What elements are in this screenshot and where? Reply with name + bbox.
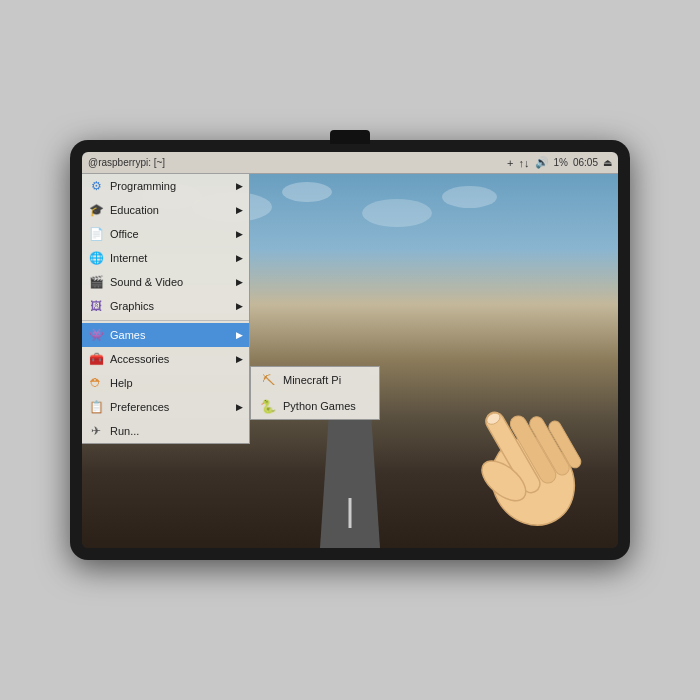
device-camera — [330, 130, 370, 144]
preferences-arrow-icon: ▶ — [236, 402, 243, 412]
menu-item-help[interactable]: ⛑Help — [82, 371, 249, 395]
help-icon: ⛑ — [88, 375, 104, 391]
screen: @raspberrypi: [~] + ↑↓ 🔊 1% 06:05 ⏏ — [82, 152, 618, 548]
education-icon: 🎓 — [88, 202, 104, 218]
cloud4 — [362, 199, 432, 227]
accessories-icon: 🧰 — [88, 351, 104, 367]
menu-item-graphics[interactable]: 🖼Graphics▶ — [82, 294, 249, 318]
desktop: ⚙Programming▶🎓Education▶📄Office▶🌐Interne… — [82, 174, 618, 548]
education-arrow-icon: ▶ — [236, 205, 243, 215]
internet-arrow-icon: ▶ — [236, 253, 243, 263]
python-games-icon: 🐍 — [259, 397, 277, 415]
games-label: Games — [110, 329, 145, 341]
accessories-label: Accessories — [110, 353, 169, 365]
graphics-arrow-icon: ▶ — [236, 301, 243, 311]
office-icon: 📄 — [88, 226, 104, 242]
network-icon: ↑↓ — [519, 157, 530, 169]
games-arrow-icon: ▶ — [236, 330, 243, 340]
menu-item-internet[interactable]: 🌐Internet▶ — [82, 246, 249, 270]
graphics-icon: 🖼 — [88, 298, 104, 314]
submenu-item-python-games[interactable]: 🐍Python Games — [251, 393, 379, 419]
education-label: Education — [110, 204, 159, 216]
menu-item-programming[interactable]: ⚙Programming▶ — [82, 174, 249, 198]
volume-icon: 🔊 — [535, 156, 549, 169]
run-icon: ✈ — [88, 423, 104, 439]
minecraft-label: Minecraft Pi — [283, 374, 341, 386]
submenu: ⛏Minecraft Pi🐍Python Games — [250, 366, 380, 420]
menu-item-accessories[interactable]: 🧰Accessories▶ — [82, 347, 249, 371]
submenu-item-minecraft[interactable]: ⛏Minecraft Pi — [251, 367, 379, 393]
office-arrow-icon: ▶ — [236, 229, 243, 239]
menu-item-education[interactable]: 🎓Education▶ — [82, 198, 249, 222]
road-line — [349, 498, 352, 528]
main-menu: ⚙Programming▶🎓Education▶📄Office▶🌐Interne… — [82, 174, 250, 444]
minecraft-icon: ⛏ — [259, 371, 277, 389]
sound-arrow-icon: ▶ — [236, 277, 243, 287]
menu-item-run[interactable]: ✈Run... — [82, 419, 249, 443]
accessories-arrow-icon: ▶ — [236, 354, 243, 364]
device: @raspberrypi: [~] + ↑↓ 🔊 1% 06:05 ⏏ — [70, 140, 630, 560]
help-label: Help — [110, 377, 133, 389]
cloud3 — [282, 182, 332, 202]
preferences-label: Preferences — [110, 401, 169, 413]
sound-label: Sound & Video — [110, 276, 183, 288]
menu-item-office[interactable]: 📄Office▶ — [82, 222, 249, 246]
taskbar-title: @raspberrypi: [~] — [88, 157, 165, 168]
run-label: Run... — [110, 425, 139, 437]
games-icon: 👾 — [88, 327, 104, 343]
battery-label: 1% — [554, 157, 568, 168]
preferences-icon: 📋 — [88, 399, 104, 415]
programming-label: Programming — [110, 180, 176, 192]
cloud5 — [442, 186, 497, 208]
eject-icon: ⏏ — [603, 157, 612, 168]
taskbar: @raspberrypi: [~] + ↑↓ 🔊 1% 06:05 ⏏ — [82, 152, 618, 174]
menu-item-preferences[interactable]: 📋Preferences▶ — [82, 395, 249, 419]
menu-divider — [82, 320, 249, 321]
graphics-label: Graphics — [110, 300, 154, 312]
internet-icon: 🌐 — [88, 250, 104, 266]
programming-icon: ⚙ — [88, 178, 104, 194]
sound-icon: 🎬 — [88, 274, 104, 290]
internet-label: Internet — [110, 252, 147, 264]
time-label: 06:05 — [573, 157, 598, 168]
taskbar-right: + ↑↓ 🔊 1% 06:05 ⏏ — [507, 156, 612, 169]
python-games-label: Python Games — [283, 400, 356, 412]
office-label: Office — [110, 228, 139, 240]
menu-item-sound[interactable]: 🎬Sound & Video▶ — [82, 270, 249, 294]
menu-item-games[interactable]: 👾Games▶ — [82, 323, 249, 347]
bluetooth-icon: + — [507, 157, 513, 169]
programming-arrow-icon: ▶ — [236, 181, 243, 191]
